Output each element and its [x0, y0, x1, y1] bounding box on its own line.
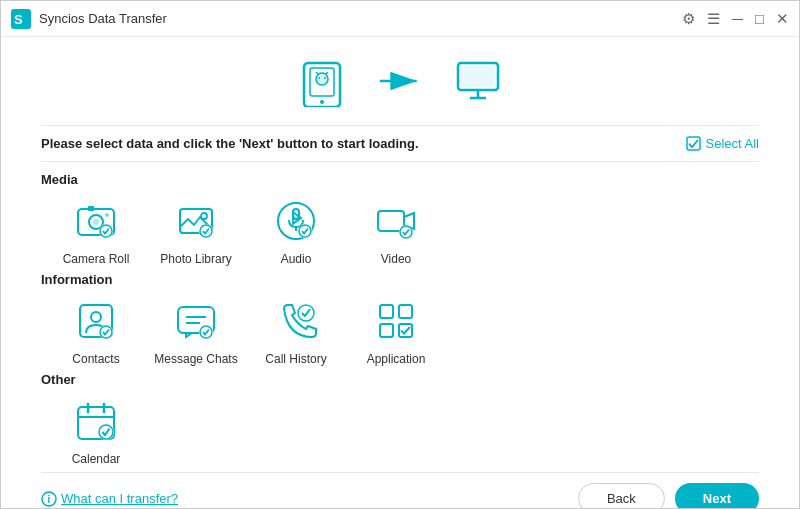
svg-rect-14 [461, 66, 495, 87]
menu-icon[interactable]: ☰ [707, 10, 720, 28]
svg-rect-21 [88, 206, 94, 211]
title-bar-left: S Syncios Data Transfer [11, 9, 167, 29]
item-application-label: Application [367, 352, 426, 366]
svg-point-22 [105, 213, 109, 217]
item-camera-roll[interactable]: Camera Roll [51, 195, 141, 266]
item-audio-label: Audio [281, 252, 312, 266]
app-logo: S [11, 9, 31, 29]
category-information-title: Information [41, 272, 759, 287]
item-message-chats-label: Message Chats [154, 352, 237, 366]
transfer-visual [41, 37, 759, 125]
svg-rect-34 [378, 211, 404, 231]
svg-line-9 [316, 72, 318, 74]
item-photo-library[interactable]: Photo Library [151, 195, 241, 266]
item-camera-roll-label: Camera Roll [63, 252, 130, 266]
minimize-icon[interactable]: ─ [732, 10, 743, 27]
message-chats-icon [174, 299, 218, 343]
instruction-text: Please select data and click the 'Next' … [41, 136, 419, 151]
media-items-row: Camera Roll [41, 195, 759, 266]
svg-rect-50 [380, 324, 393, 337]
item-calendar[interactable]: Calendar [51, 395, 141, 466]
title-bar-controls: ⚙ ☰ ─ □ ✕ [682, 10, 789, 28]
checkbox-icon [686, 136, 701, 151]
svg-text:S: S [14, 12, 23, 27]
categories-container: Media [41, 172, 759, 472]
svg-point-38 [91, 312, 101, 322]
item-video[interactable]: Video [351, 195, 441, 266]
application-icon [374, 299, 418, 343]
what-transfer-link[interactable]: i What can I transfer? [41, 491, 178, 507]
category-media-title: Media [41, 172, 759, 187]
category-other: Other [41, 372, 759, 466]
category-media: Media [41, 172, 759, 266]
item-call-history[interactable]: Call History [251, 295, 341, 366]
contacts-icon [74, 299, 118, 343]
item-call-history-label: Call History [265, 352, 326, 366]
info-icon: i [41, 491, 57, 507]
svg-rect-48 [380, 305, 393, 318]
svg-point-4 [320, 100, 324, 104]
svg-point-20 [93, 219, 99, 225]
title-bar-title: Syncios Data Transfer [39, 11, 167, 26]
back-button[interactable]: Back [578, 483, 665, 509]
bottom-buttons: Back Next [578, 483, 759, 509]
item-message-chats[interactable]: Message Chats [151, 295, 241, 366]
category-information: Information [41, 272, 759, 366]
category-other-title: Other [41, 372, 759, 387]
svg-line-10 [326, 72, 328, 74]
item-photo-library-label: Photo Library [160, 252, 231, 266]
call-history-icon [274, 299, 318, 343]
photo-library-icon [174, 199, 218, 243]
title-bar: S Syncios Data Transfer ⚙ ☰ ─ □ ✕ [1, 1, 799, 37]
svg-text:i: i [48, 494, 51, 505]
source-device-icon [296, 55, 348, 111]
instruction-bar: Please select data and click the 'Next' … [41, 125, 759, 162]
svg-point-7 [318, 77, 320, 79]
item-calendar-label: Calendar [72, 452, 121, 466]
close-icon[interactable]: ✕ [776, 10, 789, 28]
next-button[interactable]: Next [675, 483, 759, 509]
svg-point-8 [324, 77, 326, 79]
item-contacts[interactable]: Contacts [51, 295, 141, 366]
maximize-icon[interactable]: □ [755, 10, 764, 27]
select-all-label[interactable]: Select All [686, 136, 759, 151]
audio-icon [274, 199, 318, 243]
settings-icon[interactable]: ⚙ [682, 10, 695, 28]
target-device-icon [452, 55, 504, 111]
svg-point-26 [201, 213, 207, 219]
item-video-label: Video [381, 252, 411, 266]
camera-roll-icon [74, 199, 118, 243]
information-items-row: Contacts [41, 295, 759, 366]
item-application[interactable]: Application [351, 295, 441, 366]
bottom-bar: i What can I transfer? Back Next [41, 472, 759, 509]
main-content: Please select data and click the 'Next' … [1, 37, 799, 509]
other-items-row: Calendar [41, 395, 759, 466]
transfer-arrow-icon [378, 67, 422, 99]
svg-rect-17 [687, 137, 700, 150]
svg-rect-49 [399, 305, 412, 318]
calendar-icon [74, 399, 118, 443]
item-audio[interactable]: Audio [251, 195, 341, 266]
video-icon [374, 199, 418, 243]
item-contacts-label: Contacts [72, 352, 119, 366]
